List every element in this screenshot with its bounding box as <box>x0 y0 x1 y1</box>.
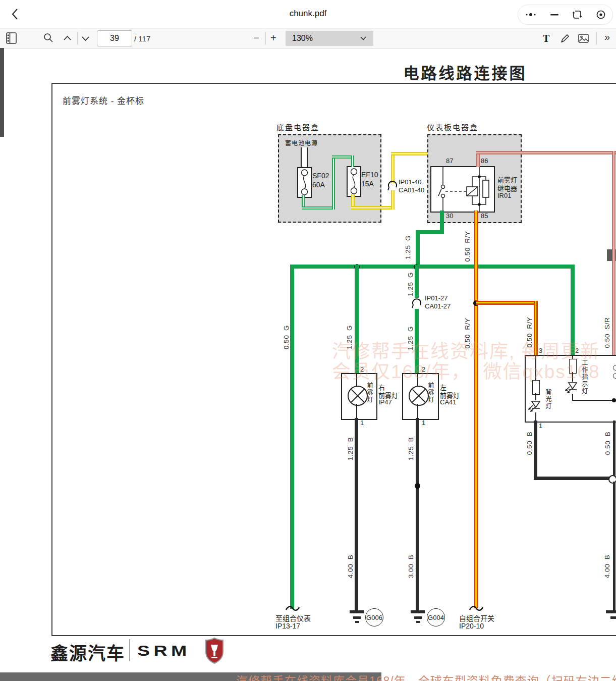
relay-pin-30: 30 <box>446 212 453 220</box>
search-button[interactable] <box>43 33 53 43</box>
restore-icon <box>572 10 582 20</box>
chevron-down-icon <box>82 36 89 41</box>
relay-symbol <box>431 167 494 212</box>
wire-orange <box>476 301 538 305</box>
wire-black <box>534 421 537 480</box>
more-options-icon <box>525 12 537 17</box>
ground-id-g006: G006 <box>365 608 383 626</box>
panel-edge-strip <box>0 48 4 137</box>
wire-size-label: 3.00 B <box>407 555 415 578</box>
connector-label: IP01-40 <box>399 178 422 186</box>
wire-black <box>416 418 419 610</box>
switch-contact <box>613 373 616 379</box>
wire-size-label: 1.25 G <box>404 235 412 259</box>
more-options-button[interactable] <box>525 12 537 17</box>
zoom-out-button[interactable]: − <box>253 33 259 43</box>
wire-yellow <box>391 190 395 209</box>
inline-connector-symbol <box>385 180 400 191</box>
window-titlebar: chunk.pdf <box>0 0 616 28</box>
close-circle-button[interactable] <box>596 10 606 20</box>
component-lead <box>535 412 536 421</box>
wire-green <box>416 230 444 234</box>
pin-label: 1 <box>360 419 364 427</box>
more-tools-button[interactable]: » <box>604 32 610 42</box>
battery-power-label: 蓄电池电源 <box>285 138 318 147</box>
wire-size-label: 0.50 B <box>526 432 533 455</box>
wire-black <box>355 418 358 610</box>
relay-pin-85: 85 <box>481 212 488 220</box>
wire-green <box>415 265 419 298</box>
relay-pin-86: 86 <box>481 157 488 165</box>
section-title: 前雾灯系统 - 金杯标 <box>63 94 144 107</box>
minimize-icon <box>550 14 558 16</box>
wire-black <box>534 477 610 480</box>
bulb-symbol <box>409 386 429 406</box>
connector-label: CA01-27 <box>425 302 451 310</box>
wire-break-symbol <box>469 605 483 613</box>
restore-button[interactable] <box>572 10 582 20</box>
page-count-label: / 117 <box>134 34 150 43</box>
thumbnails-panel-icon <box>6 32 17 44</box>
next-page-button[interactable] <box>82 36 89 41</box>
wire-size-label: 0.50 S/R <box>603 318 611 348</box>
battery-wire <box>301 147 308 168</box>
ground-symbol <box>610 616 616 619</box>
wire-break-symbol <box>286 605 300 613</box>
switch-contact <box>613 365 616 371</box>
ground-symbol <box>350 610 364 613</box>
previous-page-button[interactable] <box>64 35 71 40</box>
lamp-symbol-label: 前雾灯 <box>426 382 435 408</box>
relay-name: IR01 <box>497 192 511 199</box>
wire-size-label: 1.25 B <box>347 437 354 460</box>
zoom-level-select[interactable]: 130% <box>286 31 373 46</box>
wire-salmon <box>612 151 615 355</box>
wire-junction-dot <box>415 483 420 489</box>
brand-shield-icon <box>205 638 224 664</box>
close-circle-icon <box>596 10 606 20</box>
destination-label: IP20-10 <box>459 622 484 630</box>
wire-black <box>613 421 615 476</box>
chevron-up-icon <box>64 35 71 40</box>
lamp-symbol-label: 前雾灯 <box>365 382 374 408</box>
lamp-name: CA41 <box>440 398 457 406</box>
chevron-down-icon <box>360 36 366 40</box>
insert-image-button[interactable] <box>578 34 589 43</box>
led-symbol <box>528 399 544 413</box>
annotate-pen-button[interactable] <box>560 33 570 43</box>
wire-green <box>290 265 294 609</box>
brand-logo-chinese: 鑫源汽车 <box>50 639 125 665</box>
thumbnails-panel-button[interactable] <box>6 32 17 44</box>
component-lead <box>572 400 614 401</box>
pdf-viewer-window: chunk.pdf <box>0 0 616 681</box>
connector-label: CA01-40 <box>399 186 424 194</box>
relay-pin-87: 87 <box>446 157 453 165</box>
destination-label: 自组合开关 <box>459 613 494 623</box>
chassis-box-label: 底盘电器盒 <box>276 122 319 132</box>
wire-size-label: 1.25 G <box>407 272 414 296</box>
destination-label: IP13-17 <box>275 622 300 630</box>
window-controls <box>518 5 613 25</box>
zoom-in-button[interactable]: + <box>270 33 276 43</box>
toolbar-divider <box>265 32 266 45</box>
pin-label: 1 <box>539 422 542 430</box>
toolbar-divider <box>596 32 597 45</box>
minimize-button[interactable] <box>550 14 558 16</box>
image-icon <box>578 34 589 43</box>
wire-green <box>416 230 420 269</box>
wire-size-label: 0.50 R/Y <box>464 231 471 262</box>
page-number-input[interactable] <box>97 30 132 46</box>
fuse-ef10 <box>347 166 361 197</box>
pen-icon <box>560 33 570 43</box>
instrument-box-label: 仪表板电器盒 <box>427 122 478 132</box>
ground-symbol <box>353 616 361 619</box>
fuse-sf02-rating: 60A <box>312 181 325 189</box>
wire-yellow <box>391 153 395 183</box>
ground-symbol <box>355 621 359 623</box>
wire-green <box>332 155 335 209</box>
ground-id-g004: G004 <box>427 608 445 626</box>
wire-junction-dot <box>612 398 616 402</box>
lamp-lead <box>356 404 357 418</box>
fuse-ef10-name: EF10 <box>361 171 378 179</box>
text-tool-button[interactable]: T <box>543 33 549 44</box>
fuse-sf02-name: SF02 <box>312 172 329 180</box>
